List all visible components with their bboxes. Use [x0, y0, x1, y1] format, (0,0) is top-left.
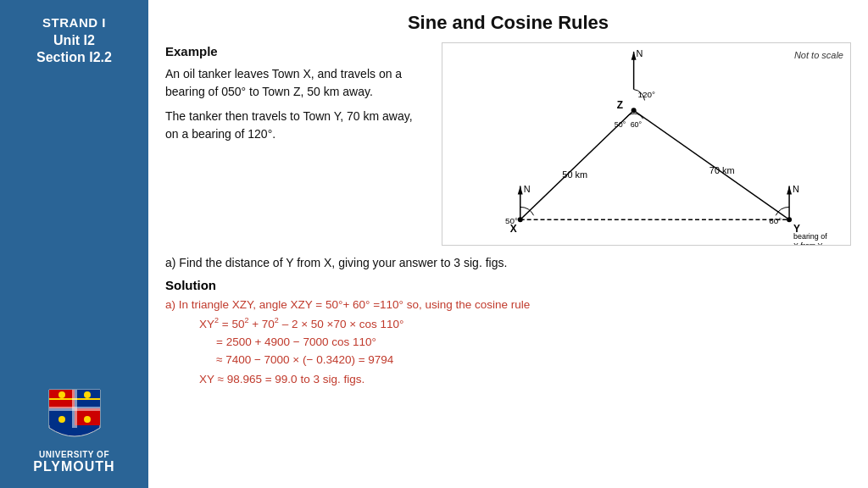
svg-line-24: [520, 110, 634, 219]
svg-text:Z: Z: [617, 99, 623, 111]
not-to-scale-label: Not to scale: [794, 50, 843, 60]
svg-text:N: N: [793, 184, 799, 194]
page-title: Sine and Cosine Rules: [165, 12, 851, 34]
svg-text:N: N: [524, 184, 531, 194]
solution-title: Solution: [165, 278, 851, 292]
solution-line2: XY2 = 502 + 702 – 2 × 50 ×70 × cos 110°: [199, 314, 851, 333]
sidebar: STRAND I Unit I2 Section I2.2 UNIVERSITY…: [0, 0, 148, 488]
unit-label: Unit I2: [53, 33, 95, 48]
university-name: UNIVERSITY OF: [39, 450, 109, 459]
solution-line4: ≈ 7400 − 7000 × (− 0.3420) = 9794: [216, 351, 851, 369]
example-block: Example An oil tanker leaves Town X, and…: [165, 42, 428, 246]
strand-label: STRAND I: [42, 15, 106, 30]
solution-section: Solution a) In triangle XZY, angle XZY =…: [165, 278, 851, 385]
example-para1: An oil tanker leaves Town X, and travels…: [165, 65, 428, 101]
plymouth-label: PLYMOUTH: [33, 459, 114, 474]
svg-marker-34: [787, 186, 792, 195]
svg-text:N: N: [637, 48, 643, 58]
svg-point-10: [58, 416, 65, 423]
svg-rect-7: [49, 407, 100, 411]
svg-marker-30: [518, 186, 523, 195]
svg-point-8: [58, 391, 65, 398]
main-content: Sine and Cosine Rules Example An oil tan…: [148, 0, 868, 488]
solution-line3: = 2500 + 4900 − 7000 cos 110°: [216, 333, 851, 352]
section-label: Section I2.2: [36, 50, 112, 65]
example-para2: The tanker then travels to Town Y, 70 km…: [165, 108, 428, 143]
svg-text:60°: 60°: [769, 216, 782, 225]
svg-point-9: [84, 391, 91, 398]
svg-text:50°: 50°: [505, 216, 518, 225]
diagram-svg: N Z 120° 50° 60° X Y: [442, 43, 850, 245]
logo-area: UNIVERSITY OF PLYMOUTH: [33, 385, 114, 488]
svg-text:50 km: 50 km: [562, 169, 587, 180]
content-top: Example An oil tanker leaves Town X, and…: [165, 42, 851, 246]
svg-text:120°: 120°: [638, 90, 656, 99]
diagram-area: Not to scale N Z 120° 50° 60° X: [442, 42, 851, 246]
question-line: a) Find the distance of Y from X, giving…: [165, 256, 851, 269]
svg-text:X from Y: X from Y: [793, 241, 823, 245]
svg-text:70 km: 70 km: [709, 165, 735, 175]
solution-final: XY ≈ 98.965 = 99.0 to 3 sig. figs.: [199, 373, 851, 385]
solution-line1: a) In triangle XZY, angle XZY = 50°+ 60°…: [165, 296, 851, 314]
svg-text:60°: 60°: [631, 120, 643, 129]
example-title: Example: [165, 42, 428, 62]
svg-point-11: [84, 416, 91, 423]
coat-of-arms-icon: [45, 385, 104, 445]
svg-text:bearing of: bearing of: [793, 232, 827, 241]
